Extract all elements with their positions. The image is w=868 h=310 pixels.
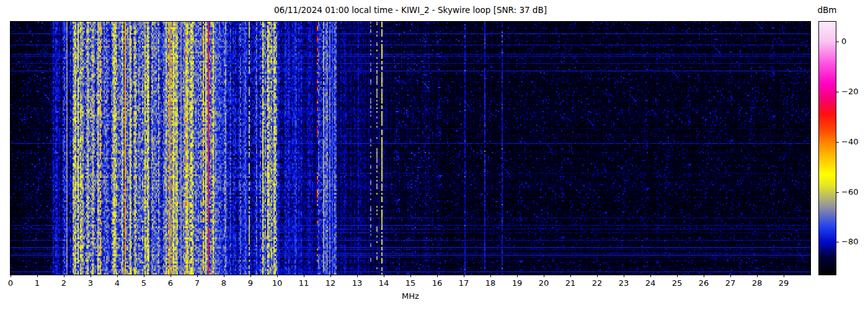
x-tick-label: 27 [722, 278, 738, 288]
colorbar [818, 21, 836, 275]
x-tick-mark [464, 275, 464, 277]
colorbar-tick-mark [836, 92, 839, 92]
colorbar-ticks: 0−20−40−60−80 [836, 22, 867, 275]
x-tick-label: 17 [456, 278, 472, 288]
x-tick-label: 20 [536, 278, 552, 288]
x-tick-label: 19 [509, 278, 525, 288]
x-tick-label: 12 [322, 278, 339, 288]
x-tick-mark [597, 275, 598, 277]
x-tick-label: 16 [429, 278, 445, 288]
x-tick-label: 23 [616, 278, 632, 288]
x-tick-mark [384, 275, 384, 277]
x-tick-mark [37, 275, 38, 277]
x-tick-label: 15 [402, 278, 418, 288]
colorbar-tick-mark [836, 142, 839, 143]
x-tick-label: 22 [589, 278, 605, 288]
x-tick-label: 9 [242, 278, 259, 288]
chart-title: 06/11/2024 01:00 local time - KIWI_2 - S… [11, 5, 810, 15]
x-tick-label: 18 [482, 278, 498, 288]
x-tick-mark [410, 275, 411, 277]
x-tick-mark [11, 275, 11, 277]
x-tick-mark [730, 275, 731, 277]
x-tick-label: 10 [269, 278, 285, 288]
x-tick-label: 8 [216, 278, 232, 288]
spectrogram-figure: 06/11/2024 01:00 local time - KIWI_2 - S… [0, 0, 868, 310]
x-tick-label: 4 [109, 278, 125, 288]
x-tick-mark [437, 275, 438, 277]
x-tick-mark [330, 275, 331, 277]
x-tick-mark [517, 275, 518, 277]
x-tick-mark [277, 275, 278, 277]
x-tick-label: 5 [136, 278, 152, 288]
colorbar-tick-label: −80 [841, 237, 858, 247]
x-tick-mark [570, 275, 571, 277]
x-tick-mark [704, 275, 704, 277]
x-tick-label: 25 [669, 278, 685, 288]
x-tick-mark [544, 275, 544, 277]
x-tick-mark [357, 275, 358, 277]
x-tick-mark [757, 275, 758, 277]
x-tick-mark [224, 275, 224, 277]
x-tick-mark [170, 275, 171, 277]
x-tick-mark [117, 275, 118, 277]
x-tick-mark [304, 275, 304, 277]
x-tick-label: 29 [776, 278, 792, 288]
x-tick-mark [197, 275, 198, 277]
colorbar-tick-mark [836, 42, 839, 42]
x-axis-label: MHz [11, 291, 810, 301]
x-tick-label: 13 [349, 278, 365, 288]
x-tick-mark [624, 275, 624, 277]
x-tick-label: 6 [162, 278, 179, 288]
x-tick-mark [91, 275, 91, 277]
x-tick-label: 11 [296, 278, 312, 288]
colorbar-label: dBm [812, 5, 842, 15]
x-tick-mark [650, 275, 651, 277]
x-tick-mark [784, 275, 784, 277]
colorbar-tick-label: −40 [841, 137, 858, 147]
x-tick-label: 0 [2, 278, 19, 288]
x-tick-label: 14 [376, 278, 392, 288]
x-tick-label: 2 [56, 278, 72, 288]
colorbar-tick-label: −60 [841, 187, 858, 197]
colorbar-gradient [819, 22, 836, 275]
x-tick-label: 7 [189, 278, 205, 288]
x-tick-label: 1 [29, 278, 45, 288]
x-axis-ticks: 0123456789101112131415161718192021222324… [11, 275, 810, 293]
colorbar-tick-label: −20 [841, 87, 858, 97]
x-tick-label: 24 [642, 278, 658, 288]
x-tick-mark [144, 275, 144, 277]
x-tick-mark [490, 275, 491, 277]
colorbar-tick-label: 0 [841, 37, 846, 46]
colorbar-tick-mark [836, 192, 839, 193]
x-tick-mark [64, 275, 64, 277]
x-tick-label: 21 [562, 278, 578, 288]
spectrogram-canvas [11, 22, 810, 275]
x-tick-mark [250, 275, 251, 277]
x-tick-label: 26 [696, 278, 712, 288]
x-tick-mark [677, 275, 678, 277]
colorbar-tick-mark [836, 242, 839, 242]
plot-frame [10, 21, 811, 275]
x-tick-label: 28 [749, 278, 765, 288]
x-tick-label: 3 [82, 278, 99, 288]
